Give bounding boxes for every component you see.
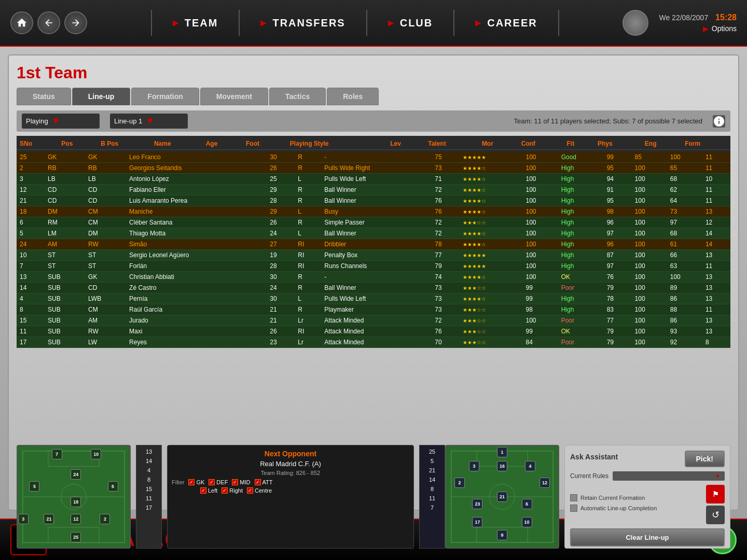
table-row[interactable]: 18 DM CM Maniche 29 L Busy 76 ★★★★☆ 100 … [17,206,730,217]
pitch-player[interactable]: 12 [71,514,81,524]
pitch-player[interactable]: 2 [100,514,110,524]
table-header: SNo Pos B Pos Name Age Foot Playing Styl… [17,138,730,150]
sub-number[interactable]: 11 [428,494,436,502]
pitch-player[interactable]: 5 [29,481,39,492]
right-checkbox[interactable]: ✓ Right [222,487,243,494]
info-icon[interactable] [713,115,725,128]
nav-menu: ▶ TEAM ▶ TRANSFERS ▶ CLUB ▶ CAREER [87,10,622,36]
pitch-player[interactable]: 10 [91,449,101,459]
red-action-button[interactable]: ⚑ [706,485,725,503]
sub-number[interactable]: 17 [145,503,153,512]
table-row[interactable]: 5 LM DM Thiago Motta 24 L Ball Winner 72… [17,228,730,239]
nav-team[interactable]: ▶ TEAM [152,13,239,33]
pitch-player-right[interactable]: 1 [497,447,507,457]
centre-label: Centre [255,487,272,494]
sub-number[interactable]: 8 [146,475,151,484]
table-row[interactable]: 4 SUB LWB Pernía 30 L Pulls Wide Left 73… [17,293,730,304]
refresh-button[interactable]: ↺ [706,506,725,524]
table-row[interactable]: 10 ST ST Sergio Leonel Agüero 19 RI Pena… [17,250,730,261]
mid-checkbox[interactable]: ✓ MID [232,479,250,485]
def-checkbox[interactable]: ✓ DEF [209,479,228,485]
datetime: We 22/08/2007 15:28 [659,13,737,22]
playing-dropdown[interactable]: Playing ▼ [22,114,100,129]
pick-button[interactable]: Pick! [685,451,725,467]
sub-number[interactable]: 8 [430,485,435,493]
tab-formation[interactable]: Formation [131,88,199,105]
pitch-player-right[interactable]: 10 [522,517,532,527]
pitch-player[interactable]: 24 [71,469,81,480]
table-row[interactable]: 12 CD CD Fabiano Eller 29 R Ball Winner … [17,185,730,195]
pitch-player[interactable]: 25 [71,532,81,542]
pitch-player[interactable]: 3 [18,514,29,524]
auto-lineup-checkbox[interactable] [570,505,577,512]
sub-number[interactable]: 25 [428,447,436,456]
options-button[interactable]: ▶ Options [703,24,737,33]
pitch-player-right[interactable]: 12 [540,478,550,488]
filter-row-1: Filter ✓ GK ✓ DEF ✓ MID [172,479,409,485]
sub-number[interactable]: 13 [145,447,153,456]
sub-number[interactable]: 7 [430,503,435,512]
sub-number[interactable]: 14 [145,457,153,465]
tab-tactics[interactable]: Tactics [269,88,326,105]
sub-number[interactable]: 21 [428,466,436,474]
panel-title: 1st Team [17,63,730,82]
nav-transfers[interactable]: ▶ TRANSFERS [240,13,366,33]
pitch-player[interactable]: 21 [44,514,54,524]
top-bar-right: We 22/08/2007 15:28 ▶ Options [659,13,747,33]
table-row[interactable]: 8 SUB CM Raúl García 21 R Playmaker 73 ★… [17,304,730,315]
pitch-player-right[interactable]: 17 [472,517,482,527]
time-label: 15:28 [715,13,737,22]
pitch-player-right[interactable]: 23 [472,499,482,509]
clear-lineup-button[interactable]: Clear Line-up [570,528,725,547]
table-row[interactable]: 14 SUB CD Zé Castro 24 R Ball Winner 73 … [17,283,730,293]
home-button[interactable] [10,11,33,34]
tab-bar: Status Line-up Formation Movement Tactic… [17,88,730,105]
pitch-player-right[interactable]: 21 [497,492,507,502]
sub-number[interactable]: 11 [145,494,153,502]
table-row[interactable]: 6 RM CM Cléber Santana 26 R Simple Passe… [17,217,730,228]
table-row[interactable]: 13 SUB GK Christian Abbiati 30 R - 74 ★★… [17,272,730,283]
pitch-player-right[interactable]: 6 [522,499,532,509]
pitch-player[interactable]: 18 [71,497,81,507]
table-row[interactable]: 11 SUB RW Maxi 26 RI Attack Minded 76 ★★… [17,326,730,337]
tab-movement[interactable]: Movement [200,88,268,105]
sub-number[interactable]: 15 [145,485,153,493]
retain-formation-checkbox[interactable] [570,494,577,501]
back-button[interactable] [37,11,60,34]
nav-career[interactable]: ▶ CAREER [454,13,558,33]
centre-checkbox[interactable]: ✓ Centre [247,487,272,494]
att-checkbox[interactable]: ✓ ATT [255,479,273,485]
sub-number[interactable]: 14 [428,475,436,484]
sub-number[interactable]: 4 [146,466,151,474]
table-row[interactable]: 7 ST ST Forlán 28 RI Runs Channels 79 ★★… [17,261,730,272]
table-row[interactable]: 24 AM RW Simão 27 RI Dribbler 78 ★★★★☆ 1… [17,239,730,250]
player-table: SNo Pos B Pos Name Age Foot Playing Styl… [17,138,730,150]
pitch-player-right[interactable]: 9 [497,530,507,540]
tab-status[interactable]: Status [17,88,71,105]
col-phys: Phys [594,138,642,150]
forward-button[interactable] [64,11,87,34]
tab-lineup[interactable]: Line-up [72,88,131,105]
nav-club[interactable]: ▶ CLUB [367,13,454,33]
pitch-player-right[interactable]: 16 [497,461,507,471]
pitch-player-right[interactable]: 2 [454,478,465,488]
table-row[interactable]: 21 CD CD Luis Amaranto Perea 28 R Ball W… [17,195,730,206]
tab-roles[interactable]: Roles [327,88,379,105]
mid-label: MID [240,479,250,485]
table-row[interactable]: 25 GK GK Leo Franco 30 R - 75 ★★★★★ 100 … [17,152,730,163]
table-row[interactable]: 15 SUB AM Jurado 21 Lr Attack Minded 72 … [17,315,730,326]
pitch-player[interactable]: 6 [108,481,118,492]
table-row[interactable]: 17 SUB LW Reyes 23 Lr Attack Minded 70 ★… [17,337,730,348]
pitch-player-right[interactable]: 3 [469,461,479,471]
left-checkbox[interactable]: ✓ Left [200,487,217,494]
rules-dropdown[interactable]: ▼ [613,471,725,481]
col-foot: Foot [243,138,287,150]
sub-number[interactable]: 5 [430,457,435,465]
table-row[interactable]: 2 RB RB Georgios Seitaridis 26 R Pulls W… [17,163,730,174]
table-row[interactable]: 3 LB LB Antonio López 25 L Pulls Wide Le… [17,174,730,185]
pitch-player[interactable]: 7 [52,449,62,459]
lineup-dropdown[interactable]: Line-up 1 ▼ [110,114,188,129]
gk-checkbox[interactable]: ✓ GK [188,479,204,485]
pitch-player-right[interactable]: 4 [525,461,535,471]
search-button[interactable] [622,10,648,36]
